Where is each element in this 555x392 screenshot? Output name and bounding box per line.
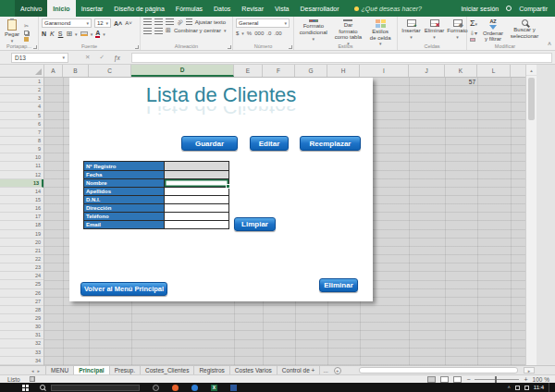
sort-filter-button[interactable]: AZ Ordenar y filtrar [480,18,506,43]
row-header-6[interactable]: 6 [0,120,43,129]
font-name-select[interactable]: Garamond ▾ [42,18,92,28]
row-header-7[interactable]: 7 [0,129,43,137]
dialog-launcher-icon[interactable] [33,45,37,49]
eliminar-button[interactable]: Eliminar [319,278,358,292]
zoom-level[interactable]: 100 % [533,376,549,383]
column-header-l[interactable]: L [477,65,511,77]
bold-button[interactable]: N [42,31,47,37]
row-header-17[interactable]: 17 [0,213,43,221]
row-header-15[interactable]: 15 [0,196,43,204]
vertical-scrollbar[interactable]: ▴ [525,65,536,365]
field-value-email[interactable] [165,221,228,228]
cancel-icon[interactable]: ✕ [85,54,90,61]
font-size-select[interactable]: 12 ▾ [94,18,111,28]
limpiar-button[interactable]: Limpiar [234,217,276,231]
row-header-20[interactable]: 20 [0,239,43,247]
row-header-11[interactable]: 11 [0,162,43,170]
page-break-view-icon[interactable] [453,376,462,383]
field-value-apellidos[interactable] [165,188,228,195]
ribbon-tab-vista[interactable]: Vista [269,0,294,17]
row-header-26[interactable]: 26 [0,289,43,298]
column-header-e[interactable]: E [234,65,263,77]
volver-menu-button[interactable]: Volver al Menú Principal [80,282,167,296]
ribbon-tab-datos[interactable]: Datos [208,0,236,17]
field-value-nombre[interactable] [165,179,228,187]
zoom-slider-thumb[interactable] [495,376,497,383]
vertical-scroll-thumb[interactable] [528,78,535,120]
formula-input[interactable] [131,53,552,63]
horizontal-scrollbar-end[interactable]: ▸ [524,367,535,374]
cell-k1-value[interactable]: 57 [442,79,475,85]
increase-decimal-icon[interactable]: .0 [266,31,271,36]
field-value-n-registro[interactable] [165,162,228,170]
align-bottom-icon[interactable] [166,18,174,25]
conditional-format-button[interactable]: Formato condicional ▾ [297,18,330,43]
underline-button[interactable]: S [58,31,64,37]
ribbon-tab-inicio[interactable]: Inicio [47,0,75,17]
zoom-in-icon[interactable]: + [524,376,527,383]
format-as-table-button[interactable]: Dar formato como tabla ▾ [332,18,365,43]
row-header-3[interactable]: 3 [0,94,43,103]
orientation-icon[interactable]: ab [176,18,184,26]
delete-cells-button[interactable]: ✕ Eliminar ▾ [424,18,445,43]
page-layout-view-icon[interactable] [440,376,449,383]
dialog-launcher-icon[interactable] [289,45,292,49]
field-value-d-n-i[interactable] [165,196,228,203]
ribbon-tab-revisar[interactable]: Revisar [236,0,269,17]
wrap-text-label[interactable]: Ajustar texto [195,19,226,25]
cut-icon[interactable]: ✂ [24,22,29,29]
row-header-24[interactable]: 24 [0,272,43,280]
format-painter-icon[interactable] [24,37,29,42]
column-header-a[interactable]: A [44,65,63,77]
align-left-icon[interactable] [143,28,152,34]
ribbon-tab-archivo[interactable]: Archivo [15,0,47,17]
find-select-button[interactable]: Buscar y seleccionar [509,18,540,43]
column-header-b[interactable]: B [63,65,89,77]
row-header-19[interactable]: 19 [0,230,43,239]
clear-icon[interactable] [470,38,475,42]
cell-styles-button[interactable]: Estilos de celda ▾ [366,18,394,43]
row-header-29[interactable]: 29 [0,314,43,323]
format-cells-button[interactable]: ◆ Formato ▾ [447,18,468,43]
sheet-tab-costes-varios[interactable]: Costes Varios [230,366,278,374]
ribbon-tab-desarrollador[interactable]: Desarrollador [295,0,345,17]
row-header-25[interactable]: 25 [0,280,43,288]
tab-overflow-indicator[interactable]: ... [320,366,330,374]
tray-icon-1[interactable] [515,386,520,390]
tab-scroll-left-icon[interactable]: ◂ [31,368,34,374]
reemplazar-button[interactable]: Reemplazar [300,136,361,151]
column-header-g[interactable]: G [295,65,327,77]
zoom-out-icon[interactable]: − [466,376,470,383]
taskbar-search-icon[interactable] [40,385,45,390]
name-box[interactable]: D13 ▾ [11,53,68,63]
column-header-h[interactable]: H [327,65,360,77]
tray-icon-2[interactable] [524,386,529,390]
row-header-23[interactable]: 23 [0,263,43,272]
insert-function-icon[interactable]: ƒx [114,55,120,61]
field-value-direcci-n[interactable] [165,204,228,212]
row-header-12[interactable]: 12 [0,171,43,179]
editar-button[interactable]: Editar [250,136,289,151]
percent-style-icon[interactable]: % [247,31,252,36]
merge-center-label[interactable]: Combinar y centrar [174,28,221,33]
row-header-21[interactable]: 21 [0,247,43,255]
row-header-18[interactable]: 18 [0,221,43,229]
excel-taskbar-icon[interactable]: X [211,385,217,391]
sheet-tab-registros[interactable]: Registros [194,366,229,374]
accounting-format-icon[interactable]: $ [236,31,239,36]
sheet-tab-menu[interactable]: MENU [45,366,74,374]
sheet-tab-costes-clientes[interactable]: Costes_Clientes [141,366,194,374]
column-header-c[interactable]: C [89,65,131,77]
windows-start-icon[interactable] [22,385,29,391]
new-sheet-button[interactable]: + [334,366,341,374]
enter-icon[interactable]: ✓ [99,54,104,61]
row-header-5[interactable]: 5 [0,112,43,120]
row-header-16[interactable]: 16 [0,204,43,213]
row-header-34[interactable]: 34 [0,357,43,365]
show-desktop-button[interactable] [549,383,551,392]
number-format-select[interactable]: General ▾ [236,18,290,28]
row-header-30[interactable]: 30 [0,323,43,331]
row-header-10[interactable]: 10 [0,153,43,162]
row-header-13[interactable]: 13 [0,179,43,188]
row-header-9[interactable]: 9 [0,145,43,153]
